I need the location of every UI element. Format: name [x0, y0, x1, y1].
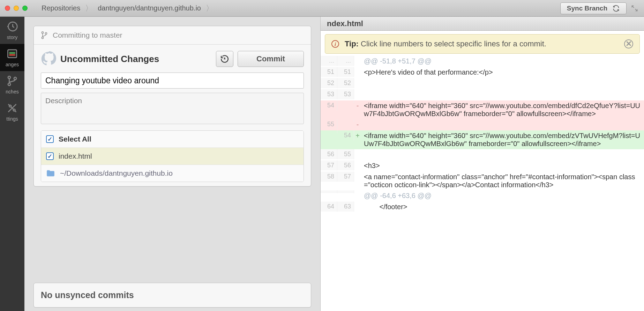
diff-sign: [354, 149, 361, 152]
diff-body: ......@@ -51,8 +51,7 @@5151<p>Here's vid…: [321, 56, 644, 311]
diff-line[interactable]: 5857<a name="contact-information" class=…: [321, 172, 644, 190]
commit-description-input[interactable]: [41, 93, 304, 124]
sidebar-item-settings[interactable]: ttings: [0, 98, 24, 126]
sync-branch-label: Sync Branch: [567, 5, 607, 12]
repo-path-row[interactable]: ~/Downloads/dantnguyen.github.io: [41, 165, 304, 182]
diff-line[interactable]: 6463 </footer>: [321, 202, 644, 213]
info-icon: i: [331, 40, 339, 48]
repo-path: ~/Downloads/dantnguyen.github.io: [60, 169, 173, 177]
svg-point-11: [45, 33, 47, 35]
branch-icon: [41, 31, 48, 39]
commit-button[interactable]: Commit: [238, 51, 304, 67]
line-number-old[interactable]: 64: [321, 202, 337, 212]
sidebar-item-label: nches: [6, 89, 18, 94]
tip-bold: Tip:: [345, 39, 359, 48]
diff-line[interactable]: 5756<h3>: [321, 160, 644, 172]
diff-line[interactable]: 5252: [321, 78, 644, 89]
diff-sign: -: [354, 100, 361, 111]
line-number-new[interactable]: [337, 100, 354, 103]
line-number-new[interactable]: 55: [337, 149, 354, 159]
sync-branch-button[interactable]: Sync Branch: [560, 2, 627, 14]
checkbox-checked-icon[interactable]: ✓: [46, 135, 54, 143]
branch-text: Committing to master: [53, 31, 122, 39]
line-number-new[interactable]: 51: [337, 67, 354, 77]
line-number-new[interactable]: [337, 190, 354, 193]
diff-sign: [354, 67, 361, 70]
diff-panel: ndex.html i Tip: Click line numbers to s…: [320, 17, 644, 311]
diff-code: @@ -51,8 +51,7 @@: [361, 56, 644, 67]
line-number-old[interactable]: 58: [321, 172, 337, 182]
diff-sign: [354, 160, 361, 163]
diff-code: <h3>: [361, 160, 644, 171]
line-number-old[interactable]: 56: [321, 149, 337, 159]
diff-code: <a name="contact-information" class="anc…: [361, 172, 644, 190]
window-controls: [5, 6, 28, 11]
diff-code: [361, 119, 644, 122]
sidebar-item-history[interactable]: story: [0, 17, 24, 44]
diff-code: [361, 78, 644, 81]
diff-code: [361, 89, 644, 92]
diff-sign: [354, 172, 361, 174]
refresh-button[interactable]: [216, 51, 233, 67]
unsynced-card: No unsynced commits: [33, 283, 311, 308]
line-number-old[interactable]: [321, 130, 337, 133]
breadcrumb-repositories[interactable]: Repositories: [37, 3, 84, 14]
chevron-right-icon: 〉: [84, 3, 93, 14]
line-number-new[interactable]: 54: [337, 130, 354, 141]
minimize-window[interactable]: [14, 6, 19, 11]
file-name: index.html: [59, 152, 92, 160]
sidebar: story anges nches ttings: [0, 17, 24, 311]
diff-code: [361, 149, 644, 152]
fullscreen-button[interactable]: [630, 4, 639, 13]
sidebar-item-branches[interactable]: nches: [0, 71, 24, 98]
line-number-old[interactable]: 54: [321, 100, 337, 111]
titlebar: Repositories 〉 dantnguyen/dantnguyen.git…: [0, 0, 644, 17]
line-number-new[interactable]: 56: [337, 160, 354, 170]
octocat-icon: [41, 51, 56, 67]
svg-point-8: [13, 109, 15, 111]
line-number-old[interactable]: ...: [321, 56, 337, 66]
select-all-row[interactable]: ✓ Select All: [41, 131, 304, 148]
unsynced-text: No unsynced commits: [41, 290, 304, 300]
line-number-new[interactable]: 52: [337, 78, 354, 88]
file-row[interactable]: ✓ index.html: [41, 148, 304, 165]
line-number-old[interactable]: 55: [321, 119, 337, 129]
commit-card: Committing to master Uncommitted Changes…: [33, 26, 311, 187]
diff-line[interactable]: 5151<p>Here's video of that performance:…: [321, 67, 644, 78]
line-number-old[interactable]: 51: [321, 67, 337, 77]
zoom-window[interactable]: [22, 6, 28, 11]
line-number-new[interactable]: ...: [337, 56, 354, 66]
diff-line[interactable]: 54+<iframe width="640" height="360" src=…: [321, 130, 644, 149]
close-window[interactable]: [5, 6, 10, 11]
diff-sign: +: [354, 130, 361, 141]
close-tip-button[interactable]: ✕: [624, 39, 633, 48]
sync-icon: [612, 5, 620, 12]
diff-line[interactable]: 54-<iframe width="640" height="360" src=…: [321, 100, 644, 119]
svg-point-6: [14, 77, 16, 79]
diff-line[interactable]: ......@@ -51,8 +51,7 @@: [321, 56, 644, 67]
line-number-old[interactable]: 53: [321, 89, 337, 99]
line-number-old[interactable]: 57: [321, 160, 337, 170]
history-icon: [6, 21, 18, 32]
line-number-old[interactable]: [321, 190, 337, 193]
line-number-new[interactable]: [337, 119, 354, 122]
checkbox-checked-icon[interactable]: ✓: [46, 152, 54, 160]
diff-line[interactable]: @@ -64,6 +63,6 @@: [321, 190, 644, 202]
breadcrumb-repo[interactable]: dantnguyen/dantnguyen.github.io: [93, 3, 205, 14]
diff-code: </footer>: [361, 202, 644, 212]
svg-point-4: [8, 76, 10, 79]
diff-line[interactable]: 5353: [321, 89, 644, 100]
sidebar-item-changes[interactable]: anges: [0, 44, 24, 71]
line-number-old[interactable]: 52: [321, 78, 337, 88]
diff-code: <iframe width="640" height="360" src="//…: [361, 130, 644, 149]
line-number-new[interactable]: 63: [337, 202, 354, 212]
commit-summary-input[interactable]: [41, 73, 304, 89]
diff-sign: -: [354, 119, 361, 130]
diff-sign: [354, 89, 361, 92]
diff-line[interactable]: 5655: [321, 149, 644, 160]
commit-panel: Committing to master Uncommitted Changes…: [24, 17, 320, 311]
line-number-new[interactable]: 53: [337, 89, 354, 99]
line-number-new[interactable]: 57: [337, 172, 354, 182]
sidebar-item-label: anges: [6, 62, 19, 67]
diff-line[interactable]: 55-: [321, 119, 644, 130]
